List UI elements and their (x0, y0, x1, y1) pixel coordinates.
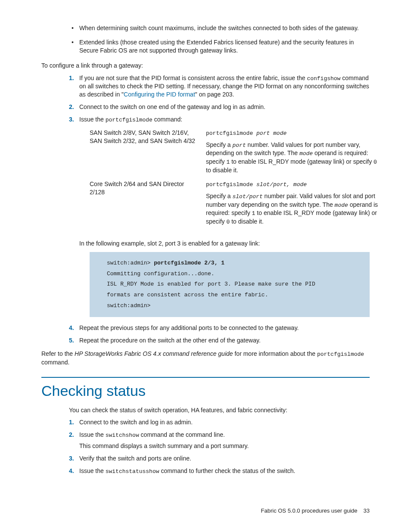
code-line: switch:admin> (107, 260, 154, 266)
ref-title: HP StorageWorks Fabric OS 4.x command re… (75, 350, 233, 357)
step-item: Issue the switchshow command at the comm… (69, 431, 370, 450)
step-text: Issue the (79, 431, 106, 438)
desc-var: port (232, 142, 246, 149)
xref-link[interactable]: Configuring the PID format (124, 91, 195, 98)
step-text: Issue the (79, 467, 106, 474)
desc-var: mode (335, 202, 348, 208)
switch-models: SAN Switch 2/8V, SAN Switch 2/16V, SAN S… (90, 129, 206, 177)
step-item: Repeat the procedure on the switch at th… (69, 336, 370, 345)
inline-code: switchshow (106, 432, 139, 439)
desc-literal: 0 (374, 159, 377, 165)
desc-text: Specify a (206, 141, 232, 148)
content-column: When determining switch count maximums, … (69, 24, 370, 367)
section-rule (41, 377, 370, 378)
bullet-item: Extended links (those created using the … (69, 38, 370, 55)
step-subtext: This command displays a switch summary a… (79, 442, 370, 450)
step-item: Issue the switchstatusshow command to fu… (69, 467, 370, 476)
command-detail: portcfgislmode port mode Specify a port … (206, 129, 380, 177)
desc-var: mode (299, 150, 313, 157)
example-intro: In the following example, slot 2, port 3… (79, 240, 370, 248)
step-text: command at the command line. (139, 431, 225, 438)
inline-code: portcfgislmode (106, 117, 153, 123)
code-block: switch:admin> portcfgislmode 2/3, 1 Comm… (90, 252, 370, 317)
syntax-fixed: portcfgislmode (206, 181, 256, 188)
desc-text: Specify a (206, 193, 232, 199)
code-line: formats are consistent across the entire… (107, 292, 268, 298)
table-row: Core Switch 2/64 and SAN Director 2/128 … (90, 180, 380, 229)
code-cmd: portcfgislmode 2/3, 1 (154, 260, 224, 266)
intro-bullets: When determining switch count maximums, … (69, 24, 370, 55)
lead-paragraph: To configure a link through a gateway: (41, 62, 370, 70)
status-steps: Connect to the switch and log in as admi… (69, 418, 370, 475)
inline-code: configshow (307, 75, 340, 82)
footer-title: Fabric OS 5.0.0 procedures user guide (261, 507, 358, 514)
syntax-var: slot/port, mode (256, 181, 307, 188)
ref-text: command. (41, 359, 69, 366)
code-line: switch:admin> (107, 302, 150, 309)
inline-code: switchstatusshow (106, 468, 159, 475)
step-item: Verify that the switch and ports are onl… (69, 454, 370, 463)
ref-text: for more information about the (233, 350, 317, 357)
command-table: SAN Switch 2/8V, SAN Switch 2/16V, SAN S… (90, 126, 380, 232)
configure-steps: If you are not sure that the PID format … (69, 74, 370, 345)
switch-models: Core Switch 2/64 and SAN Director 2/128 (90, 180, 206, 229)
bullet-item: When determining switch count maximums, … (69, 24, 370, 32)
content-column: You can check the status of switch opera… (69, 406, 370, 476)
page: When determining switch count maximums, … (0, 0, 411, 532)
section-title: Checking status (41, 381, 370, 401)
step-item: Repeat the previous steps for any additi… (69, 324, 370, 332)
table-row: SAN Switch 2/8V, SAN Switch 2/16V, SAN S… (90, 129, 380, 177)
step-item: If you are not sure that the PID format … (69, 74, 370, 99)
step-text: Issue the (79, 116, 106, 123)
desc-text: to disable it. (230, 218, 264, 225)
step-text: " on page 203. (195, 91, 234, 98)
syntax-var: port mode (256, 130, 286, 137)
step-text: command to further check the status of t… (159, 467, 296, 474)
syntax-fixed: portcfgislmode (206, 130, 256, 137)
code-line: ISL R_RDY Mode is enabled for port 3. Pl… (107, 281, 315, 287)
step-item: Connect to the switch on one end of the … (69, 103, 370, 111)
step-text: command: (153, 116, 182, 123)
step-item: Issue the portcfgislmode command: SAN Sw… (69, 115, 370, 317)
code-line: Committing configuration...done. (107, 271, 215, 277)
status-lead: You can check the status of switch opera… (69, 406, 370, 414)
reference-paragraph: Refer to the HP StorageWorks Fabric OS 4… (41, 350, 370, 366)
desc-text: to enable ISL R_RDY mode (gateway link) … (230, 158, 374, 165)
desc-var: slot/port (232, 193, 262, 200)
step-text: If you are not sure that the PID format … (79, 75, 307, 81)
command-detail: portcfgislmode slot/port, mode Specify a… (206, 180, 380, 229)
page-footer: Fabric OS 5.0.0 procedures user guide33 (261, 507, 370, 515)
desc-text: to disable it. (206, 167, 238, 174)
ref-text: Refer to the (41, 350, 75, 357)
step-item: Connect to the switch and log in as admi… (69, 418, 370, 426)
inline-code: portcfgislmode (317, 351, 364, 358)
page-number: 33 (364, 507, 370, 514)
